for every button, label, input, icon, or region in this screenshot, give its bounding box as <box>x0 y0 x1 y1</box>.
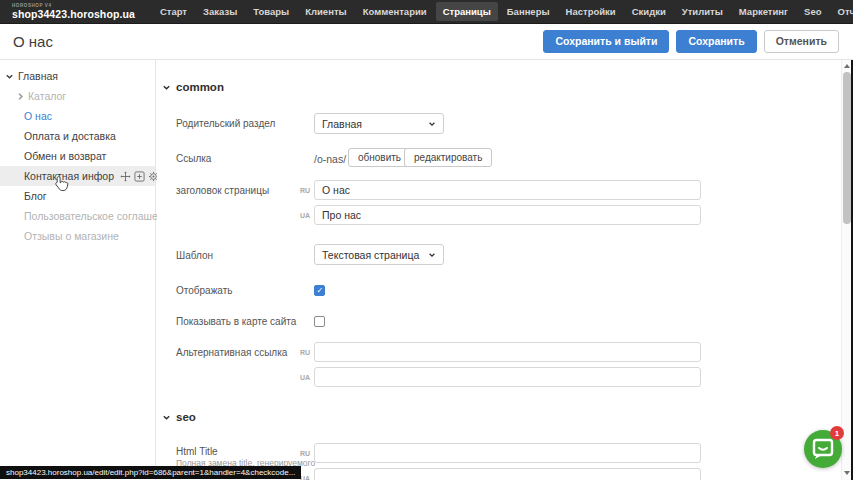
nav-item-settings[interactable]: Настройки <box>559 2 623 21</box>
nav-item-comments[interactable]: Комментарии <box>356 2 434 21</box>
template-select[interactable]: Текстовая страница <box>314 244 444 265</box>
chat-widget-button[interactable]: 1 <box>804 430 842 468</box>
vertical-scrollbar[interactable] <box>841 60 851 480</box>
tree-item-label: Главная <box>18 70 58 82</box>
tree-item-label: Оплата и доставка <box>24 130 116 142</box>
section-title: seo <box>176 411 196 423</box>
ru-badge: RU <box>300 349 310 356</box>
chevron-right-icon[interactable] <box>16 92 25 101</box>
tree-item-label: Контактная инфор <box>24 170 114 182</box>
section-title: common <box>176 81 224 93</box>
html-title-ua-input[interactable] <box>314 468 701 480</box>
move-icon[interactable] <box>120 171 131 182</box>
tree-item-kontaktnaya[interactable]: Контактная инфор <box>0 166 155 186</box>
ua-badge: UA <box>300 212 310 219</box>
alt-link-ua-input[interactable] <box>314 367 701 387</box>
parent-section-select[interactable]: Главная <box>314 113 444 134</box>
nav-item-utilities[interactable]: Утилиты <box>675 2 730 21</box>
html-title-label: Html Title <box>176 446 218 457</box>
page-title-ua-input[interactable] <box>314 205 701 225</box>
edit-form: common Родительский раздел Главная Ссылк… <box>157 60 841 480</box>
page-title-label: заголовок страницы <box>176 185 269 196</box>
chevron-down-icon <box>428 251 436 259</box>
nav-item-clients[interactable]: Клиенты <box>298 2 353 21</box>
link-label: Ссылка <box>176 153 211 164</box>
nav-item-start[interactable]: Старт <box>153 2 194 21</box>
page-tree-sidebar: Главная Каталог О нас Оплата и доставка … <box>0 60 156 480</box>
link-preview-statusbar: shop34423.horoshop.ua/edit/edit.php?id=6… <box>0 466 301 479</box>
nav-item-seo[interactable]: Seo <box>797 2 828 21</box>
page-title-ru-input[interactable] <box>314 180 701 200</box>
link-value: /o-nas/ <box>314 153 346 165</box>
page-header: О нас Сохранить и выйти Сохранить Отмени… <box>0 24 853 60</box>
nav-item-reports[interactable]: Отчеты <box>831 2 853 21</box>
app-window: HOROSHOP V4 shop34423.horoshop.ua Старт … <box>0 0 853 480</box>
main-nav: Старт Заказы Товары Клиенты Комментарии … <box>153 2 853 21</box>
ru-badge: RU <box>300 450 310 457</box>
tree-item-polzovatelskoe[interactable]: Пользовательское соглашение <box>0 206 155 226</box>
tree-item-oplata[interactable]: Оплата и доставка <box>0 126 155 146</box>
tree-item-label: Блог <box>24 190 47 202</box>
tree-item-o-nas[interactable]: О нас <box>0 106 155 126</box>
template-label: Шаблон <box>176 250 213 261</box>
parent-section-value: Главная <box>322 118 362 130</box>
header-buttons: Сохранить и выйти Сохранить Отменить <box>543 30 839 53</box>
tree-item-obmen[interactable]: Обмен и возврат <box>0 146 155 166</box>
link-update-button[interactable]: обновить <box>348 148 411 167</box>
nav-item-banners[interactable]: Баннеры <box>500 2 557 21</box>
chat-unread-badge: 1 <box>830 426 844 440</box>
tree-item-katalog[interactable]: Каталог <box>0 86 155 106</box>
nav-item-discounts[interactable]: Скидки <box>625 2 673 21</box>
ua-badge: UA <box>300 374 310 381</box>
ru-badge: RU <box>300 187 310 194</box>
logo-domain-label: shop34423.horoshop.ua <box>12 9 135 20</box>
cancel-button[interactable]: Отменить <box>764 30 839 53</box>
html-title-ru-input[interactable] <box>314 443 701 463</box>
save-exit-button[interactable]: Сохранить и выйти <box>543 30 669 53</box>
tree-item-otzyvy[interactable]: Отзывы о магазине <box>0 226 155 246</box>
chevron-down-icon <box>428 120 436 128</box>
tree-item-label: Пользовательское соглашение <box>24 210 175 222</box>
link-edit-button[interactable]: редактировать <box>404 148 492 167</box>
ua-badge: UA <box>300 475 310 480</box>
chevron-down-icon[interactable] <box>5 72 14 81</box>
alt-link-ru-input[interactable] <box>314 342 701 362</box>
nav-item-products[interactable]: Товары <box>246 2 296 21</box>
chat-bubble-icon <box>811 437 835 461</box>
chevron-down-icon <box>162 413 171 422</box>
chevron-down-icon <box>162 83 171 92</box>
tree-item-label: О нас <box>24 110 52 122</box>
section-common-header[interactable]: common <box>162 81 224 93</box>
page-title: О нас <box>13 33 53 50</box>
save-button[interactable]: Сохранить <box>676 30 756 53</box>
logo[interactable]: HOROSHOP V4 shop34423.horoshop.ua <box>12 4 135 20</box>
tree-item-label: Обмен и возврат <box>24 150 106 162</box>
section-seo-header[interactable]: seo <box>162 411 196 423</box>
tree-item-blog[interactable]: Блог <box>0 186 155 206</box>
alt-link-label: Альтернативная ссылка <box>176 347 287 358</box>
add-page-icon[interactable] <box>134 171 145 182</box>
sitemap-checkbox[interactable] <box>314 316 325 327</box>
nav-item-marketing[interactable]: Маркетинг <box>732 2 795 21</box>
scrollbar-thumb[interactable] <box>843 72 851 224</box>
tree-item-label: Отзывы о магазине <box>24 230 119 242</box>
nav-item-pages[interactable]: Страницы <box>436 2 498 21</box>
sitemap-label: Показывать в карте сайта <box>176 316 296 327</box>
parent-section-label: Родительский раздел <box>176 118 275 129</box>
display-label: Отображать <box>176 285 232 296</box>
template-value: Текстовая страница <box>322 249 419 261</box>
tree-item-glavnaya[interactable]: Главная <box>0 66 155 86</box>
topbar: HOROSHOP V4 shop34423.horoshop.ua Старт … <box>0 0 853 24</box>
display-checkbox[interactable] <box>314 285 325 296</box>
nav-item-orders[interactable]: Заказы <box>196 2 244 21</box>
tree-item-label: Каталог <box>28 90 66 102</box>
